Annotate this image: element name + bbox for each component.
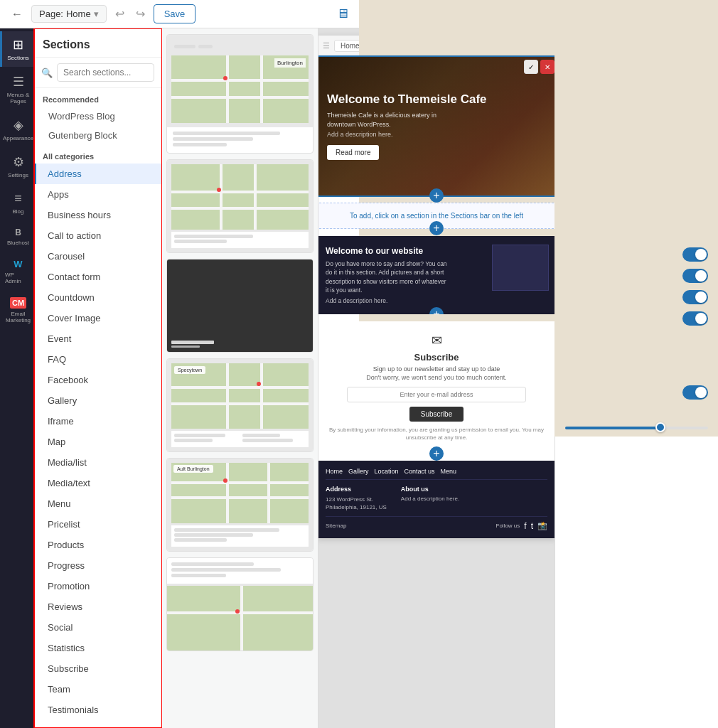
description-toggle[interactable] xyxy=(682,290,708,304)
footer-nav-gallery[interactable]: Gallery xyxy=(348,468,369,475)
category-item-products[interactable]: Products xyxy=(34,535,161,555)
welcome-desc2: Add a description here. xyxy=(326,297,448,304)
sidebar-item-bluehost[interactable]: B Bluehost xyxy=(0,222,34,252)
recommended-label: Recommended xyxy=(34,88,161,107)
cover-read-more-button[interactable]: Read more xyxy=(327,145,379,160)
category-item-call-to-action[interactable]: Call to action xyxy=(34,225,161,246)
chevron-down-icon: ▾ xyxy=(94,9,99,19)
settings-icon: ⚙ xyxy=(13,154,24,170)
add-section-prompt[interactable]: To add, click on a section in the Sectio… xyxy=(318,203,554,229)
twitter-icon[interactable]: t xyxy=(531,521,533,531)
cover-title: Welcome to Themeisle Cafe xyxy=(327,92,546,107)
sidebar-item-wp-admin[interactable]: W WP Admin xyxy=(0,253,34,290)
template-card[interactable]: Ault Burlington xyxy=(166,458,314,552)
sidebar-item-label: WP Admin xyxy=(5,272,31,284)
category-item-business-hours[interactable]: Business hours xyxy=(34,205,161,225)
category-item-mediatext[interactable]: Media/text xyxy=(34,473,161,493)
category-item-carousel[interactable]: Carousel xyxy=(34,246,161,267)
footer-follow: Follow us f t 📸 xyxy=(496,521,547,531)
cover-subtitle: Themeisle Cafe is a delicious eatery in … xyxy=(327,111,448,129)
footer-section: Home Gallery Location Contact us Menu Ad… xyxy=(318,461,554,538)
footer-nav-location[interactable]: Location xyxy=(375,468,399,475)
sections-search-input[interactable] xyxy=(57,63,154,82)
page-content: Welcome to Themeisle Cafe Themeisle Cafe… xyxy=(318,57,554,538)
category-item-progress[interactable]: Progress xyxy=(34,555,161,576)
subscribe-button[interactable]: Subscribe xyxy=(409,407,464,422)
welcome-section[interactable]: Welcome to our website Do you have more … xyxy=(318,236,554,314)
subtitle-toggle[interactable] xyxy=(682,269,708,283)
main-area: ⊞ Sections ☰ Menus & Pages ◈ Appearance … xyxy=(0,28,718,728)
sidebar-item-label: Settings xyxy=(8,172,28,178)
category-item-apps[interactable]: Apps xyxy=(34,184,161,205)
list-item[interactable]: Gutenberg Block xyxy=(34,126,161,145)
sidebar-item-blog[interactable]: ≡ Blog xyxy=(0,186,34,220)
subscribe-desc1: Sign up to our newsletter and stay up to… xyxy=(327,365,546,373)
category-item-pricelist[interactable]: Pricelist xyxy=(34,514,161,535)
sections-title: Sections xyxy=(43,38,90,50)
category-item-promotion[interactable]: Promotion xyxy=(34,576,161,596)
category-item-gallery[interactable]: Gallery xyxy=(34,390,161,411)
template-card[interactable] xyxy=(166,259,314,353)
category-item-map[interactable]: Map xyxy=(34,432,161,452)
category-item-statistics[interactable]: Statistics xyxy=(34,638,161,658)
title-toggle[interactable] xyxy=(682,247,708,262)
desktop-device-button[interactable]: 🖥 xyxy=(331,4,355,25)
category-item-reviews[interactable]: Reviews xyxy=(34,596,161,617)
redo-icon: ↪ xyxy=(136,8,145,20)
full-page-toggle[interactable] xyxy=(682,385,708,400)
template-card[interactable] xyxy=(166,557,314,651)
sidebar-item-menus-pages[interactable]: ☰ Menus & Pages xyxy=(0,68,34,110)
buttons-toggle[interactable] xyxy=(682,311,708,326)
slider-thumb[interactable] xyxy=(655,422,665,432)
category-item-faq[interactable]: FAQ xyxy=(34,349,161,370)
instagram-icon[interactable]: 📸 xyxy=(537,521,547,530)
welcome-desc1: Do you have more to say and show? You ca… xyxy=(326,259,448,294)
category-item-medialist[interactable]: Media/list xyxy=(34,452,161,473)
add-section-below-3[interactable]: + xyxy=(429,307,444,314)
sidebar-item-settings[interactable]: ⚙ Settings xyxy=(0,149,34,184)
add-section-below-4[interactable]: + xyxy=(429,446,444,461)
footer-about-title: About us xyxy=(401,486,459,493)
category-item-contact-form[interactable]: Contact form xyxy=(34,267,161,287)
add-section-below-2[interactable]: + xyxy=(429,221,444,235)
category-item-cover-image[interactable]: Cover Image xyxy=(34,308,161,328)
sidebar-item-label: Appearance xyxy=(3,135,33,141)
category-item-countdown[interactable]: Countdown xyxy=(34,287,161,308)
category-item-social[interactable]: Social xyxy=(34,617,161,638)
section-size-slider[interactable] xyxy=(565,427,708,429)
facebook-icon[interactable]: f xyxy=(524,521,526,531)
footer-sitemap[interactable]: Sitemap xyxy=(326,523,346,529)
footer-bottom: Sitemap Follow us f t 📸 xyxy=(326,516,547,531)
footer-nav-menu[interactable]: Menu xyxy=(441,468,457,475)
template-card[interactable] xyxy=(166,159,314,253)
subscribe-section[interactable]: ✉ Subscribe Sign up to our newsletter an… xyxy=(318,321,554,453)
footer-nav-home[interactable]: Home xyxy=(326,468,343,475)
sidebar-item-sections[interactable]: ⊞ Sections xyxy=(0,31,34,67)
template-card[interactable]: Specytown xyxy=(166,358,314,452)
cover-image-section[interactable]: Welcome to Themeisle Cafe Themeisle Cafe… xyxy=(318,57,554,196)
category-item-subscribe[interactable]: Subscribe xyxy=(34,658,161,679)
undo-button[interactable]: ↩ xyxy=(112,4,127,23)
footer-nav-contact[interactable]: Contact us xyxy=(404,468,435,475)
subscribe-email-input[interactable] xyxy=(347,387,527,402)
template-card[interactable]: Burlington xyxy=(166,34,314,154)
category-item-menu[interactable]: Menu xyxy=(34,493,161,514)
page-selector[interactable]: Page: Home ▾ xyxy=(31,5,107,23)
slider-fill xyxy=(565,427,658,429)
sidebar-item-email-marketing[interactable]: CM Email Marketing xyxy=(0,291,34,329)
list-item[interactable]: WordPress Blog xyxy=(34,107,161,126)
back-button[interactable]: ← xyxy=(9,5,26,23)
category-item-team[interactable]: Team xyxy=(34,679,161,700)
section-delete-button[interactable]: ✕ xyxy=(540,60,554,74)
category-item-iframe[interactable]: Iframe xyxy=(34,411,161,432)
add-section-below[interactable]: + xyxy=(429,188,444,203)
category-item-facebook[interactable]: Facebook xyxy=(34,370,161,390)
save-button[interactable]: Save xyxy=(154,4,196,23)
redo-button[interactable]: ↪ xyxy=(133,4,148,23)
category-item-address[interactable]: Address xyxy=(34,164,161,184)
category-item-text[interactable]: Text xyxy=(34,720,161,728)
category-item-event[interactable]: Event xyxy=(34,328,161,349)
sidebar-item-appearance[interactable]: ◈ Appearance xyxy=(0,112,34,147)
section-checkbox-button[interactable]: ✓ xyxy=(524,60,538,74)
category-item-testimonials[interactable]: Testimonials xyxy=(34,700,161,720)
